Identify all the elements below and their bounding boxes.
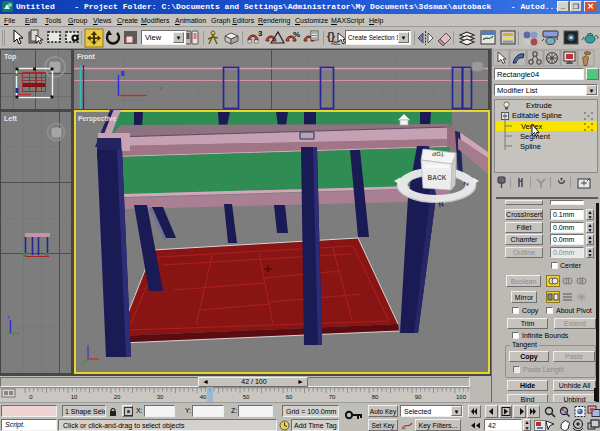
svg-text:80: 80 <box>372 394 379 400</box>
svg-text:50: 50 <box>243 394 250 400</box>
svg-text:ABC: ABC <box>331 41 341 46</box>
svg-text:TOP: TOP <box>432 151 444 157</box>
svg-text:BACK: BACK <box>428 174 447 181</box>
svg-text:Top: Top <box>4 53 16 61</box>
svg-text:Left: Left <box>4 115 18 122</box>
svg-text:90: 90 <box>415 394 422 400</box>
svg-text:%: % <box>293 30 300 39</box>
svg-text:10: 10 <box>71 394 78 400</box>
svg-text:x: x <box>160 85 163 91</box>
svg-text:Perspective: Perspective <box>78 115 116 123</box>
svg-text:60: 60 <box>286 394 293 400</box>
svg-text:100: 100 <box>456 394 467 400</box>
svg-text:30: 30 <box>157 394 164 400</box>
svg-text:70: 70 <box>329 394 336 400</box>
svg-text:3: 3 <box>258 29 263 38</box>
svg-text:z: z <box>7 314 10 320</box>
svg-text:Front: Front <box>77 53 96 60</box>
svg-text:20: 20 <box>114 394 121 400</box>
svg-text:40: 40 <box>200 394 207 400</box>
